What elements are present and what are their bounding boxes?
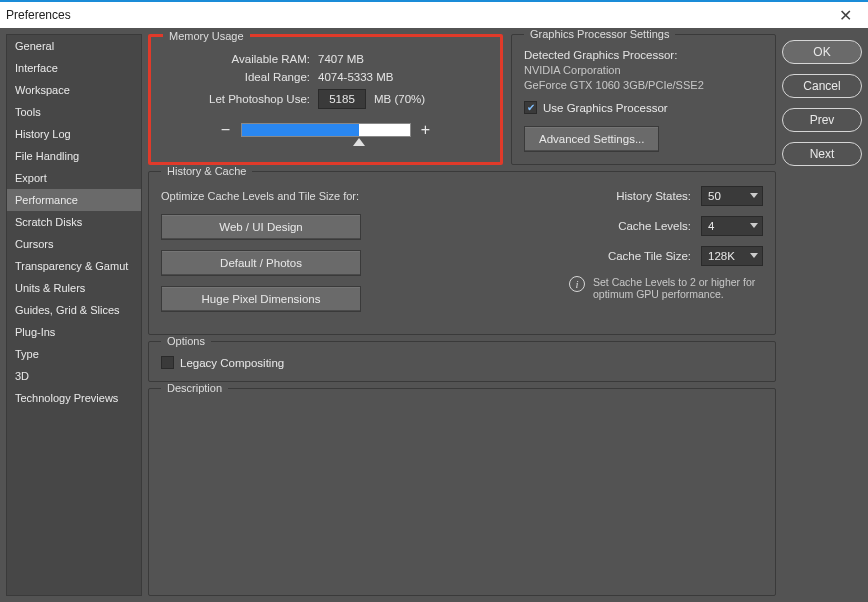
use-gpu-label: Use Graphics Processor bbox=[543, 102, 668, 114]
optimize-label: Optimize Cache Levels and Tile Size for: bbox=[161, 190, 381, 202]
legacy-compositing-checkbox[interactable]: Legacy Compositing bbox=[161, 356, 763, 369]
detected-gpu-label: Detected Graphics Processor: bbox=[524, 49, 763, 61]
gpu-model: GeForce GTX 1060 3GB/PCIe/SSE2 bbox=[524, 79, 763, 91]
close-icon[interactable]: ✕ bbox=[829, 6, 862, 25]
window-title: Preferences bbox=[6, 8, 71, 22]
chevron-down-icon bbox=[750, 253, 758, 258]
memory-legend: Memory Usage bbox=[163, 30, 250, 42]
ok-button[interactable]: OK bbox=[782, 40, 862, 64]
description-legend: Description bbox=[161, 382, 228, 394]
history-cache-group: History & Cache Optimize Cache Levels an… bbox=[148, 171, 776, 335]
sidebar-item-units-rulers[interactable]: Units & Rulers bbox=[7, 277, 141, 299]
memory-usage-group: Memory Usage Available RAM: 7407 MB Idea… bbox=[148, 34, 503, 165]
sidebar-item-history-log[interactable]: History Log bbox=[7, 123, 141, 145]
use-gpu-checkbox[interactable]: ✔ Use Graphics Processor bbox=[524, 101, 763, 114]
sidebar-item-technology-previews[interactable]: Technology Previews bbox=[7, 387, 141, 409]
cache-levels-label: Cache Levels: bbox=[401, 220, 701, 232]
available-ram-label: Available RAM: bbox=[163, 53, 318, 65]
prev-button[interactable]: Prev bbox=[782, 108, 862, 132]
right-buttons: OK Cancel Prev Next bbox=[782, 34, 862, 596]
sidebar-item-tools[interactable]: Tools bbox=[7, 101, 141, 123]
sidebar-item-type[interactable]: Type bbox=[7, 343, 141, 365]
let-use-label: Let Photoshop Use: bbox=[163, 93, 318, 105]
legacy-compositing-label: Legacy Compositing bbox=[180, 357, 284, 369]
cache-note-text: Set Cache Levels to 2 or higher for opti… bbox=[593, 276, 763, 300]
main-panel: Memory Usage Available RAM: 7407 MB Idea… bbox=[148, 34, 776, 596]
cache-tile-label: Cache Tile Size: bbox=[401, 250, 701, 262]
titlebar: Preferences ✕ bbox=[0, 0, 868, 28]
ideal-range-label: Ideal Range: bbox=[163, 71, 318, 83]
minus-icon[interactable]: − bbox=[219, 121, 233, 139]
chevron-down-icon bbox=[750, 223, 758, 228]
ideal-range-value: 4074-5333 MB bbox=[318, 71, 393, 83]
sidebar-item-interface[interactable]: Interface bbox=[7, 57, 141, 79]
sidebar-item-scratch-disks[interactable]: Scratch Disks bbox=[7, 211, 141, 233]
history-legend: History & Cache bbox=[161, 165, 252, 177]
sidebar-item-export[interactable]: Export bbox=[7, 167, 141, 189]
checkmark-icon: ✔ bbox=[524, 101, 537, 114]
huge-pixel-button[interactable]: Huge Pixel Dimensions bbox=[161, 286, 361, 312]
plus-icon[interactable]: + bbox=[419, 121, 433, 139]
options-legend: Options bbox=[161, 335, 211, 347]
sidebar-item-transparency-gamut[interactable]: Transparency & Gamut bbox=[7, 255, 141, 277]
sidebar-item-file-handling[interactable]: File Handling bbox=[7, 145, 141, 167]
web-ui-design-button[interactable]: Web / UI Design bbox=[161, 214, 361, 240]
sidebar-item-workspace[interactable]: Workspace bbox=[7, 79, 141, 101]
description-group: Description bbox=[148, 388, 776, 596]
memory-slider[interactable] bbox=[241, 123, 411, 137]
checkbox-icon bbox=[161, 356, 174, 369]
sidebar-item-plug-ins[interactable]: Plug-Ins bbox=[7, 321, 141, 343]
sidebar-item-general[interactable]: General bbox=[7, 35, 141, 57]
next-button[interactable]: Next bbox=[782, 142, 862, 166]
history-states-label: History States: bbox=[401, 190, 701, 202]
sidebar-item-performance[interactable]: Performance bbox=[7, 189, 141, 211]
available-ram-value: 7407 MB bbox=[318, 53, 364, 65]
sidebar: GeneralInterfaceWorkspaceToolsHistory Lo… bbox=[6, 34, 142, 596]
default-photos-button[interactable]: Default / Photos bbox=[161, 250, 361, 276]
let-use-unit: MB (70%) bbox=[374, 93, 425, 105]
chevron-down-icon bbox=[750, 193, 758, 198]
options-group: Options Legacy Compositing bbox=[148, 341, 776, 382]
cache-tile-select[interactable]: 128K bbox=[701, 246, 763, 266]
sidebar-item-cursors[interactable]: Cursors bbox=[7, 233, 141, 255]
cancel-button[interactable]: Cancel bbox=[782, 74, 862, 98]
cache-levels-select[interactable]: 4 bbox=[701, 216, 763, 236]
let-use-input[interactable] bbox=[318, 89, 366, 109]
history-states-select[interactable]: 50 bbox=[701, 186, 763, 206]
sidebar-item-guides-grid-slices[interactable]: Guides, Grid & Slices bbox=[7, 299, 141, 321]
advanced-settings-button[interactable]: Advanced Settings... bbox=[524, 126, 659, 152]
gpu-vendor: NVIDIA Corporation bbox=[524, 64, 763, 76]
gpu-legend: Graphics Processor Settings bbox=[524, 28, 675, 40]
content: GeneralInterfaceWorkspaceToolsHistory Lo… bbox=[0, 28, 868, 602]
gpu-settings-group: Graphics Processor Settings Detected Gra… bbox=[511, 34, 776, 165]
info-icon: i bbox=[569, 276, 585, 292]
sidebar-item-3d[interactable]: 3D bbox=[7, 365, 141, 387]
